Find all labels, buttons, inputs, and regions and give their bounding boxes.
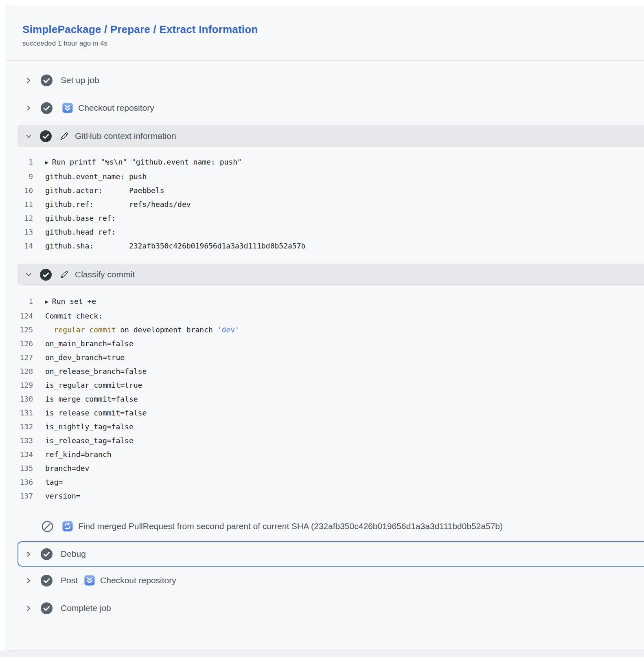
chevron-down-icon[interactable] [26,272,32,278]
log-line: 11github.ref: refs/heads/dev [6,198,644,211]
log-line-number[interactable]: 133 [6,434,33,448]
success-check-icon [40,269,52,281]
run-toggle-icon[interactable]: ▶ [45,156,48,169]
step-post-checkout-repository[interactable]: Post Checkout repository [6,567,644,594]
log-line: 10github.actor: Paebbels [6,184,644,198]
success-check-icon [41,575,53,587]
log-line-text: github.sha: 232afb350c426b019656d1a3a3d1… [45,239,305,253]
log-line-number[interactable]: 10 [6,184,33,198]
log-github-context: 1▶Run printf "%s\n" "github.event_name: … [6,147,644,262]
log-line: 1▶Run printf "%s\n" "github.event_name: … [6,155,644,170]
log-line: 129is_regular_commit=true [6,378,644,392]
step-checkout-repository[interactable]: Checkout repository [6,94,644,122]
pencil-icon [59,132,69,141]
chevron-right-icon[interactable] [26,77,32,83]
steps-list: Set up job Checkout repository GitHub co… [6,61,644,622]
pencil-icon [59,270,69,279]
chevron-down-icon[interactable] [26,133,32,139]
log-line-number[interactable]: 127 [6,351,33,365]
step-complete-job[interactable]: Complete job [6,594,644,622]
log-line-number[interactable]: 137 [6,489,33,503]
success-check-icon [41,602,53,614]
success-check-icon [41,548,53,560]
log-line: 1▶Run set +e [6,294,644,309]
log-line: 9github.event_name: push [6,170,644,184]
log-line-number[interactable]: 132 [6,420,33,434]
log-line-number[interactable]: 136 [6,475,33,489]
log-classify-commit: 1▶Run set +e124Commit check:125 regular … [6,286,644,513]
log-line-text: on_dev_branch=true [45,351,125,365]
step-label: Checkout repository [78,103,154,113]
log-line-text: version= [45,489,81,503]
log-line-number[interactable]: 14 [6,239,33,253]
log-line: 133is_release_tag=false [6,434,644,448]
step-label-prefix: Post [61,576,78,585]
step-find-merged-pullrequest[interactable]: Find merged PullRequest from second pare… [6,513,644,540]
log-line-number[interactable]: 13 [6,225,33,239]
success-check-icon [41,102,53,114]
log-line-text: is_release_commit=false [45,406,147,420]
log-line-text: branch=dev [45,461,89,475]
step-label: Complete job [61,603,111,613]
step-debug[interactable]: Debug [18,541,644,567]
step-label: GitHub context information [75,131,176,141]
checkout-icon [84,575,95,586]
step-set-up-job[interactable]: Set up job [6,66,644,94]
log-line: 125 regular commit on development branch… [6,323,644,337]
step-label: Checkout repository [100,576,176,585]
log-line-text: is_regular_commit=true [45,378,142,392]
job-status-summary: succeeded 1 hour ago in 4s [22,40,640,48]
log-line: 124Commit check: [6,309,644,323]
log-line-number[interactable]: 124 [6,309,33,323]
step-label: Classify commit [75,270,135,279]
log-line-text: github.head_ref: [45,225,116,239]
log-line: 14github.sha: 232afb350c426b019656d1a3a3… [6,239,644,253]
log-line-text: ref_kind=branch [45,448,112,461]
log-line-text: is_merge_commit=false [45,392,138,406]
log-line-number[interactable]: 12 [6,211,33,225]
log-line-number[interactable]: 9 [6,170,33,184]
log-line: 131is_release_commit=false [6,406,644,420]
log-line-number[interactable]: 135 [6,461,33,475]
job-header: SimplePackage / Prepare / Extract Inform… [6,6,644,61]
skipped-icon [42,521,53,532]
log-line-number[interactable]: 130 [6,392,33,406]
log-line: 132is_nightly_tag=false [6,420,644,434]
chevron-right-icon[interactable] [26,105,32,111]
log-line-number[interactable]: 128 [6,365,33,378]
log-line: 127on_dev_branch=true [6,351,644,365]
run-toggle-icon[interactable]: ▶ [45,295,48,309]
log-line-text: github.actor: Paebbels [45,184,164,198]
step-classify-commit[interactable]: Classify commit [18,264,644,286]
log-line: 134ref_kind=branch [6,448,644,461]
log-line-number[interactable]: 11 [6,198,33,211]
log-line-number[interactable]: 129 [6,378,33,392]
log-line-text: ▶Run printf "%s\n" "github.event_name: p… [45,155,242,170]
log-line-text: github.event_name: push [45,170,147,184]
chevron-right-icon[interactable] [26,605,32,611]
log-line-number[interactable]: 1 [6,294,33,309]
log-line-text: regular commit on development branch 'de… [45,323,239,337]
log-line-text: is_release_tag=false [45,434,134,448]
log-line: 130is_merge_commit=false [6,392,644,406]
chevron-right-icon[interactable] [26,551,32,557]
log-line: 136tag= [6,475,644,489]
log-line: 126on_main_branch=false [6,337,644,351]
step-label: Set up job [61,75,99,85]
job-title-link[interactable]: SimplePackage / Prepare / Extract Inform… [22,23,640,36]
step-github-context-information[interactable]: GitHub context information [18,125,644,147]
chevron-right-icon[interactable] [26,578,32,584]
log-line-number[interactable]: 1 [6,155,33,170]
job-log-card: SimplePackage / Prepare / Extract Inform… [6,6,644,650]
log-line-number[interactable]: 126 [6,337,33,351]
log-line: 128on_release_branch=false [6,365,644,378]
log-line-number[interactable]: 131 [6,406,33,420]
log-line-number[interactable]: 125 [6,323,33,337]
sync-icon [62,521,73,532]
log-line-text: is_nightly_tag=false [45,420,134,434]
log-line-text: github.ref: refs/heads/dev [45,198,191,211]
log-line: 137version= [6,489,644,503]
step-label: Debug [61,549,86,559]
log-line-text: on_main_branch=false [45,337,134,351]
log-line-number[interactable]: 134 [6,448,33,461]
